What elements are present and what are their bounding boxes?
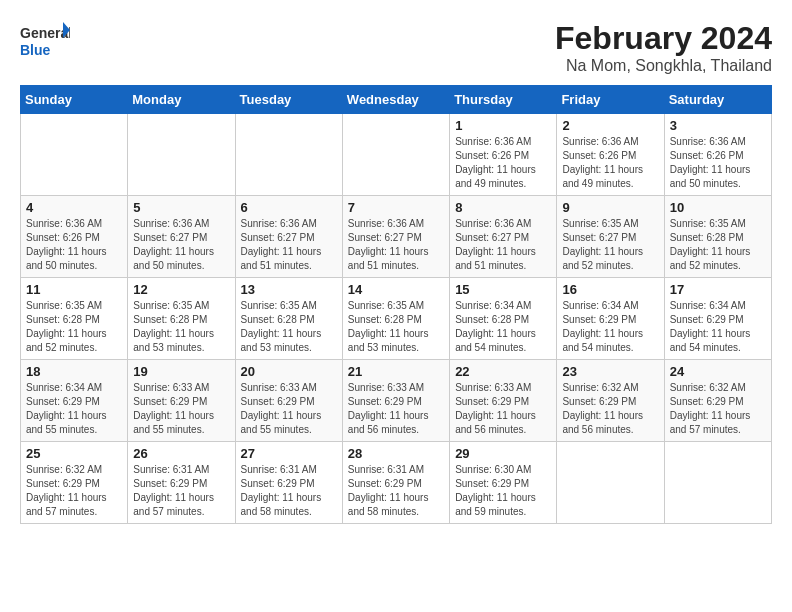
day-info: Sunrise: 6:33 AMSunset: 6:29 PMDaylight:… xyxy=(133,381,229,437)
day-number: 17 xyxy=(670,282,766,297)
day-info-line: Sunset: 6:29 PM xyxy=(670,396,744,407)
day-info-line: Sunrise: 6:34 AM xyxy=(26,382,102,393)
day-number: 15 xyxy=(455,282,551,297)
day-info-line: Sunrise: 6:35 AM xyxy=(133,300,209,311)
day-info-line: Sunset: 6:28 PM xyxy=(455,314,529,325)
table-row: 5Sunrise: 6:36 AMSunset: 6:27 PMDaylight… xyxy=(128,196,235,278)
table-row: 2Sunrise: 6:36 AMSunset: 6:26 PMDaylight… xyxy=(557,114,664,196)
day-info-line: Daylight: 11 hours and 51 minutes. xyxy=(348,246,429,271)
day-info-line: Sunrise: 6:36 AM xyxy=(670,136,746,147)
table-row xyxy=(557,442,664,524)
day-info-line: Sunrise: 6:32 AM xyxy=(562,382,638,393)
day-number: 6 xyxy=(241,200,337,215)
day-info-line: Daylight: 11 hours and 54 minutes. xyxy=(562,328,643,353)
day-info: Sunrise: 6:36 AMSunset: 6:26 PMDaylight:… xyxy=(455,135,551,191)
day-info-line: Sunrise: 6:36 AM xyxy=(455,136,531,147)
day-info-line: Daylight: 11 hours and 53 minutes. xyxy=(133,328,214,353)
day-info-line: Sunrise: 6:31 AM xyxy=(241,464,317,475)
table-row: 13Sunrise: 6:35 AMSunset: 6:28 PMDayligh… xyxy=(235,278,342,360)
table-row: 16Sunrise: 6:34 AMSunset: 6:29 PMDayligh… xyxy=(557,278,664,360)
day-info: Sunrise: 6:35 AMSunset: 6:28 PMDaylight:… xyxy=(26,299,122,355)
table-row: 18Sunrise: 6:34 AMSunset: 6:29 PMDayligh… xyxy=(21,360,128,442)
day-info-line: Sunrise: 6:34 AM xyxy=(670,300,746,311)
table-row: 4Sunrise: 6:36 AMSunset: 6:26 PMDaylight… xyxy=(21,196,128,278)
day-info-line: Sunrise: 6:36 AM xyxy=(455,218,531,229)
day-info-line: Daylight: 11 hours and 56 minutes. xyxy=(455,410,536,435)
day-info-line: Sunset: 6:27 PM xyxy=(562,232,636,243)
day-info-line: Sunset: 6:29 PM xyxy=(133,396,207,407)
day-info-line: Daylight: 11 hours and 50 minutes. xyxy=(670,164,751,189)
table-row: 20Sunrise: 6:33 AMSunset: 6:29 PMDayligh… xyxy=(235,360,342,442)
day-info-line: Daylight: 11 hours and 55 minutes. xyxy=(133,410,214,435)
day-info: Sunrise: 6:34 AMSunset: 6:29 PMDaylight:… xyxy=(26,381,122,437)
table-row: 6Sunrise: 6:36 AMSunset: 6:27 PMDaylight… xyxy=(235,196,342,278)
table-row xyxy=(128,114,235,196)
day-number: 27 xyxy=(241,446,337,461)
table-row: 1Sunrise: 6:36 AMSunset: 6:26 PMDaylight… xyxy=(450,114,557,196)
logo-svg: General Blue xyxy=(20,20,70,65)
day-number: 14 xyxy=(348,282,444,297)
day-number: 23 xyxy=(562,364,658,379)
day-info-line: Sunrise: 6:33 AM xyxy=(133,382,209,393)
day-info: Sunrise: 6:32 AMSunset: 6:29 PMDaylight:… xyxy=(562,381,658,437)
table-row xyxy=(235,114,342,196)
logo: General Blue xyxy=(20,20,70,65)
day-info: Sunrise: 6:35 AMSunset: 6:28 PMDaylight:… xyxy=(133,299,229,355)
day-info-line: Daylight: 11 hours and 50 minutes. xyxy=(26,246,107,271)
day-info: Sunrise: 6:32 AMSunset: 6:29 PMDaylight:… xyxy=(26,463,122,519)
table-row: 25Sunrise: 6:32 AMSunset: 6:29 PMDayligh… xyxy=(21,442,128,524)
day-info-line: Sunrise: 6:35 AM xyxy=(348,300,424,311)
day-info-line: Daylight: 11 hours and 55 minutes. xyxy=(26,410,107,435)
day-info-line: Sunset: 6:28 PM xyxy=(670,232,744,243)
day-info: Sunrise: 6:33 AMSunset: 6:29 PMDaylight:… xyxy=(348,381,444,437)
day-info-line: Sunset: 6:26 PM xyxy=(562,150,636,161)
day-number: 19 xyxy=(133,364,229,379)
day-info-line: Sunrise: 6:33 AM xyxy=(241,382,317,393)
day-info-line: Sunrise: 6:30 AM xyxy=(455,464,531,475)
day-info: Sunrise: 6:33 AMSunset: 6:29 PMDaylight:… xyxy=(241,381,337,437)
table-row: 8Sunrise: 6:36 AMSunset: 6:27 PMDaylight… xyxy=(450,196,557,278)
day-number: 20 xyxy=(241,364,337,379)
day-number: 28 xyxy=(348,446,444,461)
day-info: Sunrise: 6:34 AMSunset: 6:29 PMDaylight:… xyxy=(670,299,766,355)
day-number: 13 xyxy=(241,282,337,297)
day-info: Sunrise: 6:36 AMSunset: 6:26 PMDaylight:… xyxy=(562,135,658,191)
day-info-line: Daylight: 11 hours and 55 minutes. xyxy=(241,410,322,435)
day-info-line: Sunset: 6:26 PM xyxy=(670,150,744,161)
table-row: 12Sunrise: 6:35 AMSunset: 6:28 PMDayligh… xyxy=(128,278,235,360)
day-info: Sunrise: 6:35 AMSunset: 6:28 PMDaylight:… xyxy=(670,217,766,273)
table-row: 26Sunrise: 6:31 AMSunset: 6:29 PMDayligh… xyxy=(128,442,235,524)
col-friday: Friday xyxy=(557,86,664,114)
day-info-line: Daylight: 11 hours and 56 minutes. xyxy=(348,410,429,435)
day-info-line: Sunrise: 6:35 AM xyxy=(26,300,102,311)
col-saturday: Saturday xyxy=(664,86,771,114)
day-number: 18 xyxy=(26,364,122,379)
day-info-line: Sunset: 6:26 PM xyxy=(26,232,100,243)
table-row xyxy=(342,114,449,196)
day-info: Sunrise: 6:30 AMSunset: 6:29 PMDaylight:… xyxy=(455,463,551,519)
day-info-line: Daylight: 11 hours and 57 minutes. xyxy=(670,410,751,435)
day-number: 8 xyxy=(455,200,551,215)
day-info-line: Sunset: 6:29 PM xyxy=(241,478,315,489)
day-info: Sunrise: 6:36 AMSunset: 6:27 PMDaylight:… xyxy=(133,217,229,273)
day-info: Sunrise: 6:34 AMSunset: 6:28 PMDaylight:… xyxy=(455,299,551,355)
table-row: 27Sunrise: 6:31 AMSunset: 6:29 PMDayligh… xyxy=(235,442,342,524)
day-info-line: Daylight: 11 hours and 53 minutes. xyxy=(348,328,429,353)
day-info-line: Daylight: 11 hours and 50 minutes. xyxy=(133,246,214,271)
day-info-line: Daylight: 11 hours and 53 minutes. xyxy=(241,328,322,353)
day-info: Sunrise: 6:32 AMSunset: 6:29 PMDaylight:… xyxy=(670,381,766,437)
day-info-line: Daylight: 11 hours and 49 minutes. xyxy=(562,164,643,189)
day-info-line: Daylight: 11 hours and 59 minutes. xyxy=(455,492,536,517)
day-number: 10 xyxy=(670,200,766,215)
day-number: 22 xyxy=(455,364,551,379)
day-number: 5 xyxy=(133,200,229,215)
day-info-line: Sunset: 6:28 PM xyxy=(241,314,315,325)
day-info: Sunrise: 6:31 AMSunset: 6:29 PMDaylight:… xyxy=(348,463,444,519)
table-row: 28Sunrise: 6:31 AMSunset: 6:29 PMDayligh… xyxy=(342,442,449,524)
day-number: 12 xyxy=(133,282,229,297)
table-row: 22Sunrise: 6:33 AMSunset: 6:29 PMDayligh… xyxy=(450,360,557,442)
table-row: 17Sunrise: 6:34 AMSunset: 6:29 PMDayligh… xyxy=(664,278,771,360)
day-info-line: Sunrise: 6:36 AM xyxy=(26,218,102,229)
day-info-line: Sunset: 6:27 PM xyxy=(455,232,529,243)
day-info-line: Sunrise: 6:36 AM xyxy=(348,218,424,229)
